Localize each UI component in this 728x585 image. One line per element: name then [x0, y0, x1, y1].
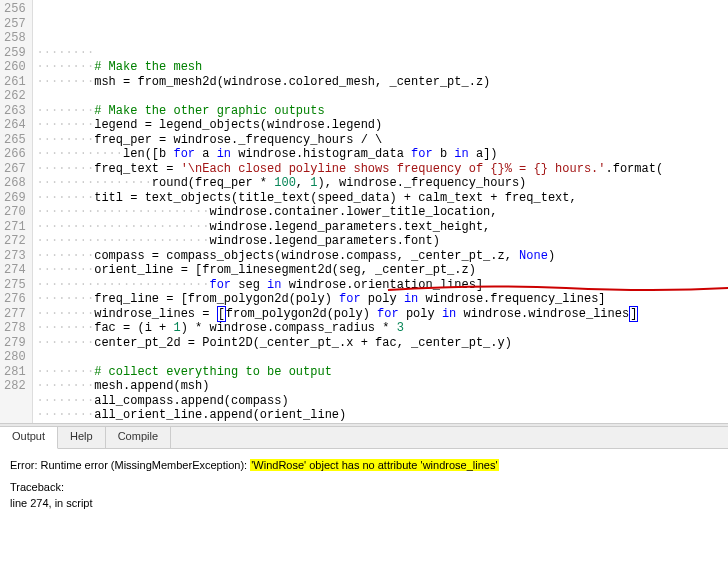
- code-line[interactable]: ········all_orient_line.append(orient_li…: [37, 408, 728, 423]
- code-token: windrose.frequency_lines]: [418, 292, 605, 306]
- code-line[interactable]: ········titl = text_objects(title_text(s…: [37, 191, 728, 206]
- code-line[interactable]: ········legend = legend_objects(windrose…: [37, 118, 728, 133]
- code-line[interactable]: ········all_compass.append(compass): [37, 394, 728, 409]
- code-token: freq_text =: [94, 162, 180, 176]
- code-line[interactable]: ········compass = compass_objects(windro…: [37, 249, 728, 264]
- line-number: 281: [4, 365, 26, 380]
- code-line[interactable]: ········# Make the mesh: [37, 60, 728, 75]
- whitespace-indicator: ················: [37, 176, 152, 190]
- code-line[interactable]: ················round(freq_per * 100, 1)…: [37, 176, 728, 191]
- code-line[interactable]: ························windrose.legend_…: [37, 220, 728, 235]
- line-number: 273: [4, 249, 26, 264]
- line-number: 274: [4, 263, 26, 278]
- code-token: windrose.windrose_lines: [456, 307, 629, 321]
- code-token: in: [217, 147, 231, 161]
- code-line[interactable]: ························windrose.contain…: [37, 205, 728, 220]
- code-token: ,: [296, 176, 310, 190]
- whitespace-indicator: ········: [37, 394, 95, 408]
- line-number: 277: [4, 307, 26, 322]
- code-token: windrose.container.lower_title_location,: [209, 205, 497, 219]
- code-line[interactable]: ········mesh.append(msh): [37, 379, 728, 394]
- code-token: all_orient_line.append(orient_line): [94, 408, 346, 422]
- line-number: 261: [4, 75, 26, 90]
- line-number: 267: [4, 162, 26, 177]
- line-number: 260: [4, 60, 26, 75]
- whitespace-indicator: ········: [37, 336, 95, 350]
- code-line[interactable]: ········msh = from_mesh2d(windrose.color…: [37, 75, 728, 90]
- line-number: 256: [4, 2, 26, 17]
- code-line[interactable]: ········freq_line = [from_polygon2d(poly…: [37, 292, 728, 307]
- tab-output[interactable]: Output: [0, 427, 58, 449]
- error-message: Error: Runtime error (MissingMemberExcep…: [10, 457, 718, 473]
- output-content: Error: Runtime error (MissingMemberExcep…: [0, 449, 728, 585]
- code-token: None: [519, 249, 548, 263]
- code-token: in: [442, 307, 456, 321]
- line-number: 278: [4, 321, 26, 336]
- code-token: fac = (i +: [94, 321, 173, 335]
- whitespace-indicator: ········: [37, 379, 95, 393]
- whitespace-indicator: ········: [37, 162, 95, 176]
- code-token: all_compass.append(compass): [94, 394, 288, 408]
- code-token: b: [433, 147, 455, 161]
- code-line[interactable]: ········windrose_lines = [from_polygon2d…: [37, 307, 728, 322]
- code-token: windrose.orientation_lines]: [281, 278, 483, 292]
- code-token: legend = legend_objects(windrose.legend): [94, 118, 382, 132]
- code-token: in: [267, 278, 281, 292]
- code-line[interactable]: ········all_freq_line.append(freq_line): [37, 423, 728, 424]
- code-token: round(freq_per *: [152, 176, 274, 190]
- whitespace-indicator: ························: [37, 278, 210, 292]
- code-token: ): [548, 249, 555, 263]
- traceback-label: Traceback:: [10, 479, 718, 495]
- line-number: 257: [4, 17, 26, 32]
- code-token: windrose.legend_parameters.text_height,: [209, 220, 490, 234]
- code-token: freq_line = [from_polygon2d(poly): [94, 292, 339, 306]
- code-line[interactable]: ························for seg in windr…: [37, 278, 728, 293]
- whitespace-indicator: ························: [37, 234, 210, 248]
- code-editor[interactable]: 2562572582592602612622632642652662672682…: [0, 0, 728, 423]
- code-line[interactable]: ········orient_line = [from_linesegment2…: [37, 263, 728, 278]
- code-line[interactable]: ········center_pt_2d = Point2D(_center_p…: [37, 336, 728, 351]
- code-line[interactable]: ························windrose.legend_…: [37, 234, 728, 249]
- whitespace-indicator: ········: [37, 104, 95, 118]
- traceback: Traceback: line 274, in script: [10, 479, 718, 511]
- whitespace-indicator: ········: [37, 75, 95, 89]
- code-line[interactable]: ········fac = (i + 1) * windrose.compass…: [37, 321, 728, 336]
- code-token: all_freq_line.append(freq_line): [94, 423, 317, 424]
- whitespace-indicator: ········: [37, 307, 95, 321]
- line-number: 280: [4, 350, 26, 365]
- code-line[interactable]: ········# Make the other graphic outputs: [37, 104, 728, 119]
- code-line[interactable]: ········# collect everything to be outpu…: [37, 365, 728, 380]
- whitespace-indicator: ········: [37, 365, 95, 379]
- code-token: windrose.legend_parameters.font): [209, 234, 439, 248]
- code-line[interactable]: [37, 350, 728, 365]
- code-token: '\nEach closed polyline shows frequency …: [181, 162, 606, 176]
- code-content[interactable]: ················# Make the mesh········m…: [33, 0, 728, 423]
- code-line[interactable]: ········: [37, 46, 728, 61]
- code-token: windrose_lines =: [94, 307, 216, 321]
- line-number: 266: [4, 147, 26, 162]
- tab-help[interactable]: Help: [58, 427, 106, 448]
- code-line[interactable]: ············len([b for a in windrose.his…: [37, 147, 728, 162]
- whitespace-indicator: ········: [37, 60, 95, 74]
- code-token: titl = text_objects(title_text(speed_dat…: [94, 191, 576, 205]
- code-token: len([b: [123, 147, 173, 161]
- code-token: for: [173, 147, 195, 161]
- code-token: 1: [173, 321, 180, 335]
- code-token: orient_line = [from_linesegment2d(seg, _…: [94, 263, 476, 277]
- matched-bracket: ]: [629, 306, 638, 322]
- code-line[interactable]: [37, 89, 728, 104]
- whitespace-indicator: ············: [37, 147, 123, 161]
- tab-compile[interactable]: Compile: [106, 427, 171, 448]
- line-number: 268: [4, 176, 26, 191]
- code-token: msh = from_mesh2d(windrose.colored_mesh,…: [94, 75, 490, 89]
- whitespace-indicator: ························: [37, 205, 210, 219]
- code-token: for: [339, 292, 361, 306]
- code-line[interactable]: ········freq_text = '\nEach closed polyl…: [37, 162, 728, 177]
- code-token: a]): [469, 147, 498, 161]
- code-token: .format(: [606, 162, 664, 176]
- matched-bracket: [: [217, 306, 226, 322]
- output-tabs: OutputHelpCompile: [0, 427, 728, 449]
- code-line[interactable]: ········freq_per = windrose._frequency_h…: [37, 133, 728, 148]
- code-token: 100: [274, 176, 296, 190]
- line-number: 258: [4, 31, 26, 46]
